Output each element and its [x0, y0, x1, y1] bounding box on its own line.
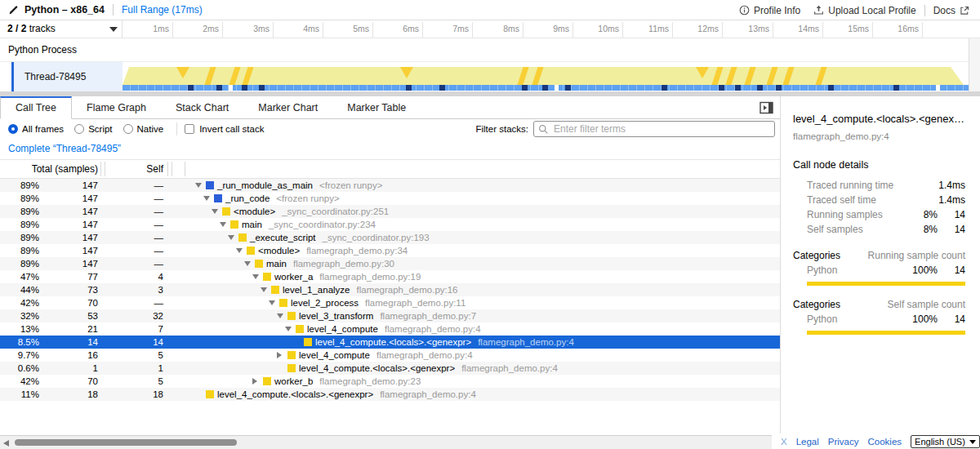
process-track-row[interactable]: Python Process [0, 38, 980, 62]
table-row-module[interactable]: 89%147—<module>_sync_coordinator.py:251 [0, 205, 780, 218]
tab-marker-table[interactable]: Marker Table [332, 96, 421, 118]
twisty-expanded-icon[interactable] [195, 183, 202, 188]
function-name: level_4_compute.<locals>.<genexpr>flameg… [217, 388, 476, 401]
function-label: level_2_process [291, 298, 359, 308]
sidebar-toggle-button[interactable] [760, 101, 773, 114]
table-row-main[interactable]: 89%147—mainflamegraph_demo.py:30 [0, 257, 780, 270]
sample-strip-dark-segment [522, 85, 528, 91]
table-row-level-4-compute-locals-genexpr[interactable]: 11%1818level_4_compute.<locals>.<genexpr… [0, 388, 780, 401]
docs-link[interactable]: Docs [933, 5, 973, 16]
tracks-dropdown[interactable]: 2 / 2 tracks [0, 20, 122, 38]
process-label: Python Process [8, 44, 77, 56]
twisty-expanded-icon[interactable] [203, 196, 210, 201]
function-name: level_4_compute.<locals>.<genexpr>flameg… [315, 336, 574, 349]
thread-track-row[interactable]: Thread-78495 [0, 62, 980, 91]
divider [924, 5, 925, 16]
sample-strip-dark-segment [565, 85, 571, 91]
table-row-worker-b[interactable]: 42%705worker_bflamegraph_demo.py:23 [0, 375, 780, 388]
footer-link-x[interactable]: X [781, 437, 787, 447]
table-row-level-4-compute-locals-genexpr[interactable]: 8.5%1414level_4_compute.<locals>.<genexp… [0, 336, 780, 349]
twisty-expanded-icon[interactable] [244, 261, 251, 266]
search-icon [538, 124, 549, 135]
scroll-left-arrow-icon[interactable] [3, 440, 9, 447]
table-row-level-4-compute[interactable]: 13%217level_4_computeflamegraph_demo.py:… [0, 322, 780, 336]
invert-call-stack-checkbox[interactable]: Invert call stack [185, 124, 274, 134]
radio-circle[interactable] [123, 124, 133, 134]
track-marker-slash [725, 65, 737, 87]
table-row-worker-a[interactable]: 47%774worker_aflamegraph_demo.py:19 [0, 270, 780, 283]
radio-circle[interactable] [74, 124, 84, 134]
function-label: level_4_compute.<locals>.<genexpr> [217, 389, 373, 399]
table-row-level-1-analyze[interactable]: 44%733level_1_analyzeflamegraph_demo.py:… [0, 283, 780, 296]
twisty-expanded-icon[interactable] [220, 222, 226, 227]
radio-all-frames[interactable]: All frames [8, 124, 74, 134]
function-location: _sync_coordinator.py:234 [269, 220, 376, 229]
ruler-tick-label: 12ms [673, 20, 719, 38]
table-row-level-4-compute[interactable]: 9.7%165level_4_computeflamegraph_demo.py… [0, 349, 780, 362]
edit-pencil-icon[interactable] [8, 5, 19, 16]
checkbox-box[interactable] [185, 124, 194, 134]
radio-circle[interactable] [8, 124, 18, 134]
cell-total-samples: 147 [42, 218, 98, 231]
sample-strip-dark-segment [735, 85, 741, 91]
radio-native[interactable]: Native [123, 124, 175, 134]
cell-self-samples: 3 [106, 283, 163, 296]
cell-total-percent: 0.6% [0, 362, 39, 375]
full-range-link[interactable]: Full Range (17ms) [122, 4, 203, 16]
cell-self-samples: 1 [106, 362, 163, 375]
profile-info-button[interactable]: Profile Info [739, 5, 800, 16]
tab-marker-chart[interactable]: Marker Chart [243, 96, 332, 118]
function-label: _run_module_as_main [217, 180, 313, 190]
radio-script[interactable]: Script [74, 124, 122, 134]
twisty-expanded-icon[interactable] [261, 287, 267, 292]
table-row-level-2-process[interactable]: 42%70—level_2_processflamegraph_demo.py:… [0, 296, 780, 309]
table-row-level-3-transform[interactable]: 32%5332level_3_transformflamegraph_demo.… [0, 309, 780, 322]
category-square-icon [238, 233, 247, 242]
twisty-expanded-icon[interactable] [228, 235, 234, 240]
twisty-expanded-icon[interactable] [285, 327, 292, 331]
twisty-collapsed-icon[interactable] [252, 378, 257, 385]
categories-heading: Categories [793, 250, 868, 261]
twisty-expanded-icon[interactable] [277, 313, 283, 318]
function-name: level_4_computeflamegraph_demo.py:4 [299, 349, 473, 362]
tab-call-tree[interactable]: Call Tree [0, 96, 72, 119]
header-bar: Python – x86_64 Full Range (17ms) Profil… [0, 0, 980, 20]
language-select[interactable]: English (US) [911, 435, 980, 448]
twisty-expanded-icon[interactable] [212, 209, 218, 214]
scrollbar-thumb[interactable] [15, 439, 237, 446]
footer-link-cookies[interactable]: Cookies [868, 437, 902, 447]
tab-flame-graph[interactable]: Flame Graph [72, 96, 161, 118]
sample-strip[interactable] [122, 85, 969, 91]
ruler-tick-label: 14ms [773, 20, 819, 38]
category-square-icon [287, 312, 296, 320]
sample-strip-gap [936, 85, 940, 91]
category-count-label: Self sample count [888, 299, 965, 310]
stat-percent: 8% [905, 209, 938, 220]
footer-link-legal[interactable]: Legal [796, 437, 819, 447]
table-row-run-code[interactable]: 89%147—_run_code<frozen runpy> [0, 192, 780, 205]
twisty-collapsed-icon[interactable] [277, 352, 282, 358]
ruler-tick-label: 10ms [573, 20, 619, 38]
tab-stack-chart[interactable]: Stack Chart [161, 96, 243, 118]
function-label: _run_code [225, 193, 270, 203]
category-square-icon [230, 220, 238, 229]
cell-total-percent: 44% [0, 283, 39, 296]
upload-profile-button[interactable]: Upload Local Profile [813, 5, 915, 16]
category-square-icon [263, 377, 271, 385]
table-row-execute-script[interactable]: 89%147—_execute_script_sync_coordinator.… [0, 231, 780, 244]
breadcrumb[interactable]: Complete “Thread-78495” [8, 139, 121, 159]
table-row-run-module-as-main[interactable]: 89%147—_run_module_as_main<frozen runpy> [0, 179, 780, 192]
cpu-activity-band[interactable] [122, 67, 969, 85]
twisty-expanded-icon[interactable] [252, 274, 259, 279]
table-row-module[interactable]: 89%147—<module>flamegraph_demo.py:34 [0, 244, 780, 257]
stat-label: Traced self time [793, 194, 905, 206]
twisty-expanded-icon[interactable] [269, 300, 275, 305]
ruler-tick-line [472, 22, 473, 38]
twisty-expanded-icon[interactable] [236, 248, 243, 253]
footer-link-privacy[interactable]: Privacy [828, 437, 859, 447]
filter-stacks-input[interactable] [533, 121, 775, 137]
table-row-level-4-compute-locals-genexpr[interactable]: 0.6%11level_4_compute.<locals>.<genexpr>… [0, 362, 780, 375]
table-row-main[interactable]: 89%147—main_sync_coordinator.py:234 [0, 218, 780, 231]
sample-strip-dark-segment [188, 85, 194, 91]
category-square-icon [271, 286, 279, 294]
